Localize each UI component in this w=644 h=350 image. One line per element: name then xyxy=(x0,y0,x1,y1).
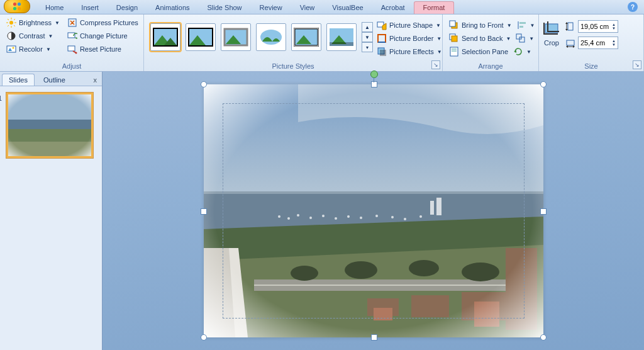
tab-insert[interactable]: Insert xyxy=(72,2,108,14)
style-preset-6[interactable] xyxy=(326,23,357,51)
close-pane-button[interactable]: x xyxy=(92,74,99,86)
picture-shape-button[interactable]: Picture Shape▼ xyxy=(374,19,445,31)
contrast-icon xyxy=(6,31,16,41)
gallery-down-button[interactable]: ▼ xyxy=(362,32,373,42)
handle-b[interactable] xyxy=(371,334,377,341)
svg-rect-53 xyxy=(452,48,457,50)
chevron-down-icon: ▼ xyxy=(530,23,535,28)
svg-point-21 xyxy=(75,52,77,54)
tab-visualbee[interactable]: VisualBee xyxy=(323,2,372,14)
send-to-back-button[interactable]: Send to Back▼ ▼ xyxy=(447,32,535,45)
style-preset-1[interactable] xyxy=(150,23,180,51)
picture-shape-label: Picture Shape xyxy=(389,21,433,29)
selected-picture[interactable] xyxy=(204,84,543,337)
height-input[interactable]: 19,05 cm▲▼ xyxy=(578,20,618,33)
slide-canvas[interactable] xyxy=(103,72,644,350)
side-tabs: Slides Outline x xyxy=(0,72,102,86)
svg-rect-49 xyxy=(452,36,457,42)
handle-r[interactable] xyxy=(540,208,547,215)
handle-l[interactable] xyxy=(201,208,207,215)
svg-rect-61 xyxy=(567,40,574,45)
style-preset-2[interactable] xyxy=(186,23,216,51)
bring-to-front-button[interactable]: Bring to Front▼ ▼ xyxy=(447,19,535,31)
styles-launcher[interactable]: ↘ xyxy=(431,60,440,69)
change-picture-icon xyxy=(67,31,77,41)
outline-tab[interactable]: Outline xyxy=(36,74,72,86)
svg-marker-63 xyxy=(566,45,568,48)
work-area: Slides Outline x 1 xyxy=(0,72,644,350)
handle-bl[interactable] xyxy=(201,334,207,341)
svg-rect-69 xyxy=(8,94,91,156)
style-preset-3[interactable] xyxy=(221,23,251,51)
group-adjust-title: Adjust xyxy=(4,62,140,71)
slide-thumb-1[interactable]: 1 xyxy=(6,93,93,158)
shape-icon xyxy=(377,20,387,30)
gallery-more-button[interactable]: ▾ xyxy=(362,42,373,52)
reset-picture-button[interactable]: Reset Picture xyxy=(65,43,141,55)
crop-button[interactable]: Crop xyxy=(544,39,559,47)
height-spinner[interactable]: ▲▼ xyxy=(612,23,616,30)
handle-br[interactable] xyxy=(540,334,547,341)
brightness-button[interactable]: Brightness▼ xyxy=(4,16,62,29)
help-button[interactable]: ? xyxy=(628,2,638,12)
picture-effects-button[interactable]: Picture Effects▼ xyxy=(374,45,445,58)
reset-label: Reset Picture xyxy=(80,45,121,53)
gallery-up-button[interactable]: ▲ xyxy=(362,22,373,32)
tab-view[interactable]: View xyxy=(291,2,324,14)
chevron-down-icon: ▼ xyxy=(55,20,60,26)
handle-tr[interactable] xyxy=(540,81,547,88)
svg-rect-51 xyxy=(519,37,525,42)
chevron-down-icon: ▼ xyxy=(507,23,512,28)
tab-design[interactable]: Design xyxy=(108,2,147,14)
contrast-button[interactable]: Contrast▼ xyxy=(4,30,62,42)
height-value: 19,05 cm xyxy=(580,23,609,30)
svg-point-16 xyxy=(13,47,14,49)
crop-guides xyxy=(223,103,525,319)
tab-home[interactable]: Home xyxy=(36,2,72,14)
rotate-handle[interactable] xyxy=(370,71,378,78)
svg-marker-60 xyxy=(565,29,568,31)
handle-t[interactable] xyxy=(371,81,377,88)
size-launcher[interactable]: ↘ xyxy=(633,60,641,69)
effects-icon xyxy=(377,47,387,57)
slides-tab[interactable]: Slides xyxy=(2,74,35,86)
svg-point-3 xyxy=(18,7,21,10)
tab-slideshow[interactable]: Slide Show xyxy=(199,2,251,14)
svg-rect-20 xyxy=(68,46,75,51)
crop-icon xyxy=(543,20,560,38)
svg-rect-57 xyxy=(568,23,573,30)
recolor-button[interactable]: Recolor▼ xyxy=(4,43,62,55)
picture-border-button[interactable]: Picture Border▼ xyxy=(374,32,445,45)
tab-animations[interactable]: Animations xyxy=(147,2,198,14)
tab-acrobat[interactable]: Acrobat xyxy=(372,2,414,14)
slides-pane: Slides Outline x 1 xyxy=(0,72,103,350)
change-picture-label: Change Picture xyxy=(80,32,128,40)
svg-rect-47 xyxy=(519,26,523,28)
handle-tl[interactable] xyxy=(201,81,207,88)
group-size-title: Size xyxy=(543,62,640,71)
style-preset-5[interactable] xyxy=(291,23,321,51)
styles-gallery: ▲ ▼ ▾ xyxy=(148,16,374,58)
selection-pane-button[interactable]: Selection Pane ▼ xyxy=(447,45,535,58)
width-input[interactable]: 25,4 cm▲▼ xyxy=(578,37,618,49)
office-button[interactable] xyxy=(4,0,30,13)
width-spinner[interactable]: ▲▼ xyxy=(612,39,616,47)
reset-icon xyxy=(67,44,77,54)
svg-line-11 xyxy=(14,19,15,20)
send-back-label: Send to Back xyxy=(462,35,502,42)
tab-format[interactable]: Format xyxy=(414,1,455,14)
svg-point-4 xyxy=(9,21,13,25)
send-back-icon xyxy=(449,33,459,43)
style-preset-4[interactable] xyxy=(256,23,286,51)
compress-pictures-button[interactable]: Compress Pictures xyxy=(65,16,141,29)
tab-review[interactable]: Review xyxy=(251,2,291,14)
svg-point-1 xyxy=(18,3,21,6)
picture-border-label: Picture Border xyxy=(389,35,433,42)
sun-icon xyxy=(6,18,16,28)
bring-front-label: Bring to Front xyxy=(462,21,504,29)
svg-line-12 xyxy=(8,25,9,26)
svg-marker-19 xyxy=(75,37,77,38)
svg-marker-59 xyxy=(565,22,568,24)
brightness-label: Brightness xyxy=(19,19,52,26)
change-picture-button[interactable]: Change Picture xyxy=(65,30,141,42)
